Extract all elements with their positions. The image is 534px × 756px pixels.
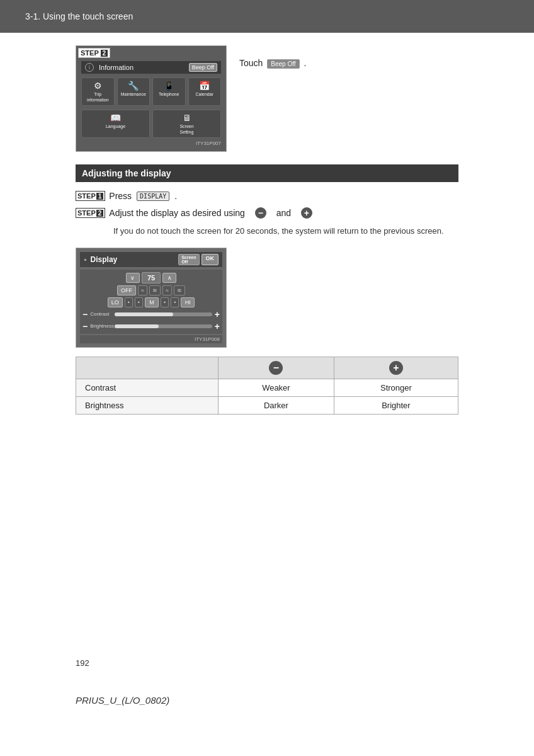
touch-instruction: Touch Beep Off . (239, 45, 306, 69)
display-controls: ∨ 75 ∧ OFF ≈ ≋ ≈ ≋ LO • • M • • HI (80, 270, 222, 334)
screen-off-btn[interactable]: ScreenOff (178, 254, 199, 265)
chevron-up-btn[interactable]: ∧ (162, 273, 176, 283)
display-title: ▪ Display (84, 255, 117, 264)
beep-off-inline-btn[interactable]: Beep Off (267, 59, 299, 69)
telephone-icon: 📱 (154, 81, 184, 91)
step1-press-text: Press (109, 191, 132, 201)
table-row-contrast: Contrast Weaker Stronger (76, 379, 458, 396)
m-btn[interactable]: M (145, 297, 159, 307)
chevron-down-btn[interactable]: ∨ (126, 273, 140, 283)
and-text: and (276, 208, 291, 218)
brightness-label: Brightness (90, 323, 112, 329)
ok-button[interactable]: OK (202, 254, 219, 265)
trip-icon: ⚙ (83, 81, 113, 91)
table-plus-icon: + (389, 361, 403, 375)
brightness-fill (115, 324, 159, 328)
step2-badge: STEP 2 (78, 48, 110, 58)
menu-grid-top: ⚙ Tripinformation 🔧 Maintenance 📱 Teleph… (81, 77, 221, 106)
table-header-minus: − (218, 357, 334, 379)
menu-grid-bottom: 📖 Language 🖥 ScreenSetting (81, 110, 221, 138)
contrast-slider-row: − Contrast + (82, 309, 220, 319)
brand-label: PRIUS_U_(L/O_0802) (76, 695, 169, 706)
step2-area: STEP 2 i Information Beep Off ⚙ Tripinfo… (76, 45, 458, 152)
brightness-brighter: Brighter (334, 396, 458, 414)
adjusting-section-header: Adjusting the display (76, 164, 458, 182)
menu-item-telephone[interactable]: 📱 Telephone (152, 77, 186, 106)
touch-text: Touch (239, 58, 263, 68)
lo-btn[interactable]: LO (108, 297, 123, 307)
dot-btn-3[interactable]: • (161, 297, 169, 307)
num-value: 75 (142, 272, 161, 284)
step1-badge: STEP1 (76, 191, 105, 201)
menu-item-trip[interactable]: ⚙ Tripinformation (81, 77, 115, 106)
mode-btn-2[interactable]: ≋ (149, 285, 161, 295)
table-header-col1 (76, 357, 219, 379)
page-number: 192 (76, 658, 89, 668)
brightness-darker: Darker (218, 396, 334, 414)
display-header-buttons: ScreenOff OK (178, 254, 219, 265)
header-title: 3-1. Using the touch screen (25, 11, 133, 21)
step2-screenshot: STEP 2 i Information Beep Off ⚙ Tripinfo… (76, 45, 227, 152)
contrast-row-label: Contrast (76, 379, 219, 396)
step1-row: STEP1 Press DISPLAY . (76, 191, 458, 201)
step2-adjust-text: Adjust the display as desired using (109, 208, 245, 218)
header-bar: 3-1. Using the touch screen (0, 0, 534, 33)
brightness-plus[interactable]: + (215, 321, 220, 331)
ctrl-row-2: OFF ≈ ≋ ≈ ≋ (82, 285, 220, 295)
contrast-label: Contrast (90, 311, 112, 317)
maintenance-icon: 🔧 (119, 81, 149, 91)
hi-btn[interactable]: HI (181, 297, 195, 307)
screen-setting-icon: 🖥 (154, 113, 219, 123)
brightness-row-label: Brightness (76, 396, 219, 414)
menu-item-language[interactable]: 📖 Language (81, 110, 150, 138)
brightness-slider-row: − Brightness + (82, 321, 220, 331)
contrast-minus[interactable]: − (82, 309, 88, 319)
plus-button[interactable]: + (301, 207, 312, 219)
menu-item-screen-setting[interactable]: 🖥 ScreenSetting (152, 110, 221, 138)
contrast-track (115, 312, 212, 316)
info-icon: i (85, 63, 94, 72)
language-icon: 📖 (83, 113, 148, 123)
ctrl-row-1: ∨ 75 ∧ (82, 272, 220, 284)
contrast-weaker: Weaker (218, 379, 334, 396)
brightness-track (115, 324, 212, 328)
minus-button[interactable]: − (255, 207, 266, 219)
adjusting-title: Adjusting the display (82, 168, 171, 178)
contrast-fill (115, 312, 173, 316)
info-bar: i Information Beep Off (81, 61, 221, 74)
step2-adj-badge: STEP2 (76, 208, 105, 218)
ctrl-row-3: LO • • M • • HI (82, 297, 220, 307)
table-row-brightness: Brightness Darker Brighter (76, 396, 458, 414)
contrast-plus[interactable]: + (215, 309, 220, 319)
off-btn[interactable]: OFF (117, 285, 136, 295)
contrast-stronger: Stronger (334, 379, 458, 396)
step2-row: STEP2 Adjust the display as desired usin… (76, 207, 458, 219)
note-text: If you do not touch the screen for 20 se… (113, 225, 458, 238)
touch-period: . (304, 58, 306, 68)
image-code-1: ITY31P007 (81, 140, 221, 146)
display-screenshot: ▪ Display ScreenOff OK ∨ 75 ∧ OFF ≈ ≋ ≈ (76, 248, 227, 348)
menu-item-calendar[interactable]: 📅 Calendar (188, 77, 222, 106)
menu-item-maintenance[interactable]: 🔧 Maintenance (117, 77, 151, 106)
mode-btn-1[interactable]: ≈ (138, 285, 147, 295)
image-code-2: ITY31P008 (80, 335, 222, 343)
dot-btn-2[interactable]: • (135, 297, 143, 307)
display-button[interactable]: DISPLAY (137, 192, 169, 201)
display-header: ▪ Display ScreenOff OK (80, 252, 222, 267)
mode-btn-4[interactable]: ≋ (174, 285, 185, 295)
dot-btn-1[interactable]: • (125, 297, 133, 307)
dot-btn-4[interactable]: • (171, 297, 179, 307)
beep-off-btn[interactable]: Beep Off (189, 63, 217, 72)
main-content: STEP 2 i Information Beep Off ⚙ Tripinfo… (0, 33, 534, 427)
table-minus-icon: − (269, 361, 283, 375)
brightness-minus[interactable]: − (82, 321, 88, 331)
info-title: Information (99, 64, 134, 71)
table-header-plus: + (334, 357, 458, 379)
calendar-icon: 📅 (190, 81, 220, 91)
mode-btn-3[interactable]: ≈ (162, 285, 172, 295)
adjustment-table: − + Contrast Weaker Stronger Brightness … (76, 357, 458, 415)
